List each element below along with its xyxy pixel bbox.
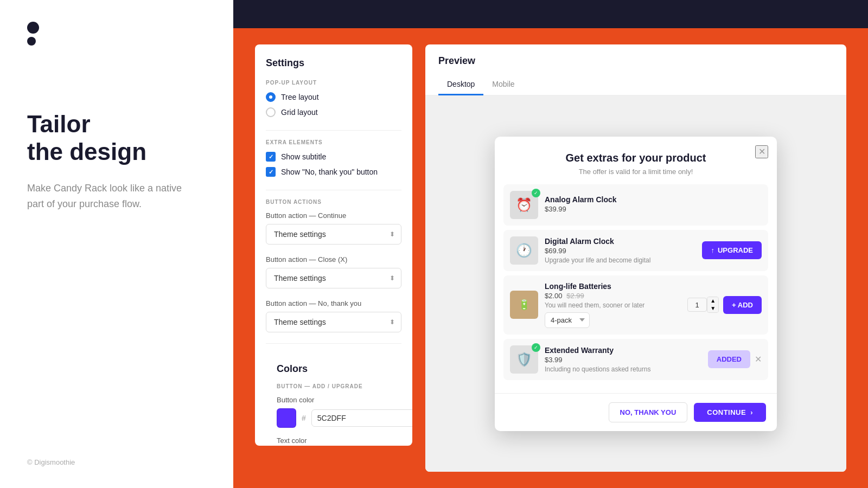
checkbox-subtitle-box	[266, 152, 276, 162]
btn-action-close-wrapper: Theme settings ⬍	[266, 268, 401, 288]
continue-button[interactable]: CONTINUE ›	[694, 403, 766, 422]
logo-dot-small	[27, 37, 36, 46]
product-desc-4: Including no questions asked returns	[545, 365, 701, 373]
radio-grid-label: Grid layout	[281, 108, 318, 117]
pack-select-3[interactable]: 4-pack 8-pack 12-pack	[545, 312, 590, 328]
radio-tree-layout[interactable]: Tree layout	[266, 92, 401, 102]
divider-2	[266, 190, 401, 190]
popup-layout-label: POP-UP LAYOUT	[266, 80, 401, 86]
product-name-1: Analog Alarm Clock	[545, 195, 762, 204]
radio-grid-circle	[266, 107, 276, 117]
modal-header: ✕ Get extras for your product The offer …	[495, 137, 777, 184]
tab-desktop[interactable]: Desktop	[438, 74, 483, 95]
button-color-swatch[interactable]	[277, 408, 296, 428]
logo-dot-large	[27, 22, 39, 34]
product-item-4: 🛡️ ✓ Extended Warranty $3.99 Including n…	[503, 339, 768, 380]
product-info-1: Analog Alarm Clock $39.99	[545, 195, 762, 215]
btn-action-continue-select[interactable]: Theme settings	[266, 224, 401, 245]
product-modal: ✕ Get extras for your product The offer …	[495, 137, 777, 431]
modal-subtitle: The offer is valid for a limit time only…	[511, 168, 761, 176]
right-panel: Settings POP-UP LAYOUT Tree layout Grid …	[233, 0, 868, 488]
product-price-1: $39.99	[545, 205, 762, 213]
radio-grid-layout[interactable]: Grid layout	[266, 107, 401, 117]
checkbox-no-thanks[interactable]: Show "No, thank you" button	[266, 167, 401, 177]
no-thanks-button[interactable]: NO, THANK YOU	[609, 402, 688, 422]
settings-title: Settings	[266, 57, 401, 69]
button-add-upgrade-label: BUTTON — ADD / UPGRADE	[277, 383, 391, 389]
button-color-input-row: #	[277, 408, 391, 428]
product-info-4: Extended Warranty $3.99 Including no que…	[545, 346, 701, 373]
button-color-row: Button color #	[277, 396, 391, 428]
product-price-3: $2.00 $2.99	[545, 292, 681, 300]
radio-tree-circle	[266, 92, 276, 102]
colors-section: Colors BUTTON — ADD / UPGRADE Button col…	[266, 352, 401, 446]
product-info-2: Digital Alarm Clock $69.99 Upgrade your …	[545, 237, 695, 264]
hero-subtitle: Make Candy Rack look like a native part …	[27, 181, 190, 212]
layout-radio-group: Tree layout Grid layout	[266, 92, 401, 117]
qty-down-3[interactable]: ▼	[707, 305, 718, 312]
button-actions-label: BUTTON ACTIONS	[266, 199, 401, 205]
radio-tree-label: Tree layout	[281, 93, 319, 101]
qty-display-3: 1	[687, 298, 707, 312]
text-color-row: Text color #	[277, 436, 391, 446]
modal-title: Get extras for your product	[511, 152, 761, 164]
btn-action-close-select[interactable]: Theme settings	[266, 268, 401, 288]
product-item-2: 🕐 Digital Alarm Clock $69.99 Upgrade you…	[503, 230, 768, 271]
btn-action-continue-label: Button action — Continue	[266, 211, 401, 220]
checkbox-subtitle[interactable]: Show subtitle	[266, 152, 401, 162]
btn-action-no-select[interactable]: Theme settings	[266, 312, 401, 332]
preview-header: Preview Desktop Mobile	[425, 44, 846, 95]
continue-arrow-icon: ›	[750, 408, 753, 416]
check-badge-1: ✓	[532, 189, 540, 197]
hero-title: Tailor the design	[27, 111, 206, 165]
qty-wrapper-3: 1 ▲ ▼	[687, 297, 719, 313]
tab-mobile[interactable]: Mobile	[483, 74, 523, 95]
btn-action-no-wrapper: Theme settings ⬍	[266, 312, 401, 332]
logo	[27, 22, 206, 46]
product-img-4: 🛡️ ✓	[510, 345, 538, 374]
content-area: Settings POP-UP LAYOUT Tree layout Grid …	[233, 28, 868, 488]
checkbox-subtitle-label: Show subtitle	[281, 152, 326, 161]
upgrade-button-2[interactable]: ↑ UPGRADE	[702, 241, 762, 259]
btn-action-continue-wrapper: Theme settings ⬍	[266, 224, 401, 245]
product-name-4: Extended Warranty	[545, 346, 701, 355]
button-color-label: Button color	[277, 396, 391, 404]
divider-1	[266, 130, 401, 131]
qty-stepper-3: ▲ ▼	[707, 297, 719, 313]
text-color-label: Text color	[277, 436, 391, 445]
product-item-3: 🔋 Long-life Batteries $2.00 $2.99 You wi…	[503, 275, 768, 335]
check-badge-4: ✓	[532, 343, 540, 352]
qty-up-3[interactable]: ▲	[707, 297, 718, 305]
added-button-4[interactable]: ADDED	[708, 350, 750, 368]
settings-panel: Settings POP-UP LAYOUT Tree layout Grid …	[255, 44, 412, 446]
preview-panel: Preview Desktop Mobile ✕ Get extras for …	[425, 44, 846, 472]
add-button-3[interactable]: + ADD	[723, 296, 762, 314]
product-desc-3: You will need them, sooner or later	[545, 301, 681, 309]
product-desc-2: Upgrade your life and become digital	[545, 256, 695, 264]
btn-action-close-label: Button action — Close (X)	[266, 255, 401, 264]
remove-button-4[interactable]: ✕	[755, 354, 762, 364]
modal-footer: NO, THANK YOU CONTINUE ›	[495, 393, 777, 431]
colors-title: Colors	[277, 363, 391, 375]
product-actions-4: ADDED ✕	[708, 350, 762, 368]
product-name-2: Digital Alarm Clock	[545, 237, 695, 246]
product-actions-2: ↑ UPGRADE	[702, 241, 762, 259]
product-img-3: 🔋	[510, 291, 538, 319]
product-price-2: $69.99	[545, 247, 695, 255]
preview-tabs: Desktop Mobile	[438, 74, 833, 95]
preview-title: Preview	[438, 55, 833, 67]
product-price-4: $3.99	[545, 356, 701, 364]
checkbox-no-thanks-label: Show "No, thank you" button	[281, 168, 378, 176]
button-color-input[interactable]	[311, 409, 412, 427]
copyright: © Digismoothie	[27, 458, 75, 466]
product-info-3: Long-life Batteries $2.00 $2.99 You will…	[545, 282, 681, 328]
top-bar	[233, 0, 868, 28]
product-item-1: ⏰ ✓ Analog Alarm Clock $39.99	[503, 184, 768, 226]
product-actions-3: 1 ▲ ▼ + ADD	[687, 296, 762, 314]
product-list: ⏰ ✓ Analog Alarm Clock $39.99	[495, 184, 777, 393]
product-img-1: ⏰ ✓	[510, 191, 538, 219]
preview-body: ✕ Get extras for your product The offer …	[425, 95, 846, 472]
modal-close-button[interactable]: ✕	[755, 145, 768, 158]
product-name-3: Long-life Batteries	[545, 282, 681, 291]
left-panel: Tailor the design Make Candy Rack look l…	[0, 0, 233, 488]
